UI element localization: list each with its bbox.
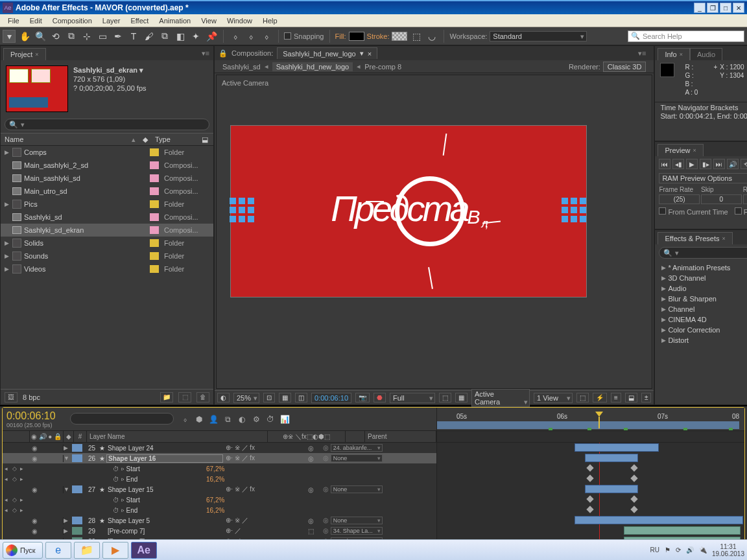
current-time[interactable]: 0:00:06:10 xyxy=(311,393,351,403)
effect-category[interactable]: ▶Audio xyxy=(655,283,747,294)
project-item[interactable]: ▶VideosFolder xyxy=(1,262,213,275)
timeline-layer-row[interactable]: ◉▼27★Shape Layer 15⊕⋅ ※ ／ fx◎◎ None xyxy=(3,484,436,495)
pixel-aspect-icon[interactable]: ⬚ xyxy=(576,393,589,402)
timeline-ruler[interactable]: 05s 06s 07s 08 xyxy=(437,408,744,431)
timeline-layer-row[interactable]: ◂◇▸⏱ ▷ Start67,2% xyxy=(3,495,436,505)
effect-category[interactable]: ▶Blur & Sharpen xyxy=(655,294,747,304)
transparency-icon[interactable]: ▦ xyxy=(455,393,468,402)
draft3d-icon[interactable]: ⬢ xyxy=(193,414,205,425)
lock-icon[interactable]: 🔒 xyxy=(219,49,228,58)
roi-icon[interactable]: ⬚ xyxy=(439,393,451,402)
language-indicator[interactable]: RU xyxy=(650,546,659,554)
start-button[interactable]: Пуск xyxy=(3,542,43,559)
timeline-layer-row[interactable]: ◂◇▸⏱ ▷ End16,2% xyxy=(3,474,436,484)
views-select[interactable]: 1 View xyxy=(534,393,573,403)
col-extra-icon[interactable]: ⬓ xyxy=(200,135,209,144)
camera-select[interactable]: Active Camera xyxy=(471,389,530,407)
graph-editor-icon[interactable]: 📊 xyxy=(279,414,290,425)
safe-zones-icon[interactable]: ⊡ xyxy=(263,393,275,402)
interpret-footage-icon[interactable]: 🖼 xyxy=(5,392,18,402)
stroke-swatch[interactable] xyxy=(392,32,407,41)
breadcrumb-0[interactable]: Sashlyki_sd xyxy=(222,63,261,71)
composition-canvas[interactable]: ПредстаВл, xyxy=(231,126,586,297)
project-item[interactable]: Main_sashlyki_sdComposi... xyxy=(1,172,213,185)
minimize-button[interactable]: _ xyxy=(694,3,706,13)
brainstorm-icon[interactable]: ⚙ xyxy=(250,414,262,425)
mask-icon[interactable]: ◫ xyxy=(295,393,307,402)
preview-tab[interactable]: Preview× xyxy=(658,144,703,156)
col-name[interactable]: Name xyxy=(5,135,129,143)
loop-button[interactable]: ⟲ xyxy=(741,159,747,169)
framerate-input[interactable]: (25) xyxy=(659,194,700,204)
menu-help[interactable]: Help xyxy=(257,17,283,25)
fast-preview-icon[interactable]: ⚡ xyxy=(593,393,607,402)
menu-file[interactable]: File xyxy=(3,17,25,25)
panel-menu-icon[interactable]: ▾≡ xyxy=(634,47,650,60)
grid-icon[interactable]: ▦ xyxy=(279,393,291,402)
comp-mini-flowchart-icon[interactable]: ⬨ xyxy=(179,414,191,425)
project-search-input[interactable]: 🔍▾ xyxy=(5,119,209,130)
menu-animation[interactable]: Animation xyxy=(154,17,196,25)
workspace-select[interactable]: Standard xyxy=(490,31,587,41)
resolution-select[interactable]: Full xyxy=(390,393,435,403)
av-columns[interactable]: ◉ 🔊 ● 🔒 xyxy=(30,431,64,442)
timeline-layer-row[interactable]: ◂◇▸⏱ ▷ Start67,2% xyxy=(3,463,436,474)
from-current-checkbox[interactable] xyxy=(659,207,666,215)
composition-viewer[interactable]: Active Camera ПредстаВл, xyxy=(216,75,652,389)
brush-tool-icon[interactable]: 🖌 xyxy=(143,30,156,43)
project-item[interactable]: ▶PicsFolder xyxy=(1,198,213,211)
timeline-layer-row[interactable]: ◉▶25★Shape Layer 24⊕⋅ ※ ／ fx◎◎ 24. abaka… xyxy=(3,443,436,453)
always-preview-icon[interactable]: ◐ xyxy=(217,393,230,402)
snapshot-icon[interactable]: 📷 xyxy=(355,393,370,402)
rotate-tool-icon[interactable]: ⟲ xyxy=(49,30,62,43)
tray-network-icon[interactable]: 🔌 xyxy=(699,546,707,554)
pan-behind-tool-icon[interactable]: ⊹ xyxy=(80,30,93,43)
maximize-button[interactable]: □ xyxy=(720,3,731,13)
explorer-taskbar-icon[interactable]: 📁 xyxy=(74,542,100,559)
ie-taskbar-icon[interactable]: e xyxy=(45,542,71,559)
skip-input[interactable]: 0 xyxy=(701,194,742,204)
timeline-search-input[interactable] xyxy=(70,413,174,425)
effect-category[interactable]: ▶3D Channel xyxy=(655,273,747,283)
timeline-layer-row[interactable]: ◉▶28★Shape Layer 5⊕⋅ ※ ／◎◎ None xyxy=(3,515,436,526)
next-frame-button[interactable]: ▮▸ xyxy=(700,159,711,169)
breadcrumb-2[interactable]: Pre-comp 8 xyxy=(364,63,401,71)
bpc-button[interactable]: 8 bpc xyxy=(23,393,40,401)
frame-blend-icon[interactable]: ⧉ xyxy=(222,414,233,425)
system-clock[interactable]: 11:3119.06.2013 xyxy=(712,543,744,557)
project-item[interactable]: ▶SolidsFolder xyxy=(1,237,213,250)
reset-exposure-icon[interactable]: ± xyxy=(641,393,652,402)
selected-item-name[interactable]: Sashlyki_sd_ekran ▾ xyxy=(73,65,147,75)
puppet-tool-icon[interactable]: 📌 xyxy=(205,30,218,43)
world-axis-icon[interactable]: ⬨ xyxy=(244,30,257,43)
text-tool-icon[interactable]: T xyxy=(127,30,140,43)
new-folder-icon[interactable]: 📁 xyxy=(160,392,173,402)
flowchart-icon[interactable]: ⬓ xyxy=(625,393,637,402)
local-axis-icon[interactable]: ⬨ xyxy=(229,30,242,43)
last-frame-button[interactable]: ⏭ xyxy=(713,159,725,169)
zoom-select[interactable]: 25% xyxy=(233,393,259,403)
project-item[interactable]: ▶CompsFolder xyxy=(1,146,213,159)
roto-tool-icon[interactable]: ✦ xyxy=(189,30,202,43)
bezier-icon[interactable]: ◡ xyxy=(425,30,438,43)
renderer-select[interactable]: Classic 3D xyxy=(603,62,646,72)
menu-layer[interactable]: Layer xyxy=(97,17,126,25)
prev-frame-button[interactable]: ◂▮ xyxy=(672,159,684,169)
clone-tool-icon[interactable]: ⧉ xyxy=(158,30,171,43)
playhead-icon[interactable] xyxy=(595,412,603,430)
restore-button[interactable]: ❐ xyxy=(707,3,718,13)
menu-window[interactable]: Window xyxy=(222,17,257,25)
timeline-layer-row[interactable]: ◂◇▸⏱ ▷ End16,2% xyxy=(3,505,436,515)
fullscreen-checkbox[interactable] xyxy=(735,207,742,215)
mute-button[interactable]: 🔊 xyxy=(727,159,739,169)
effect-category[interactable]: ▶Color Correction xyxy=(655,325,747,335)
breadcrumb-1[interactable]: Sashlyki_hd_new_logo xyxy=(272,62,353,71)
selection-tool-icon[interactable]: ▾ xyxy=(3,30,16,43)
project-item[interactable]: Sashlyki_sdComposi... xyxy=(1,211,213,224)
panel-menu-icon[interactable]: ▾≡ xyxy=(198,47,213,60)
tray-updates-icon[interactable]: ⟳ xyxy=(676,546,681,554)
auto-keyframe-icon[interactable]: ⏱ xyxy=(265,414,276,425)
timeline-current-time[interactable]: 0:00:06:10 xyxy=(6,410,64,422)
project-item[interactable]: Main_utro_sdComposi... xyxy=(1,185,213,198)
tab-menu-icon[interactable]: ▾ xyxy=(360,49,364,58)
